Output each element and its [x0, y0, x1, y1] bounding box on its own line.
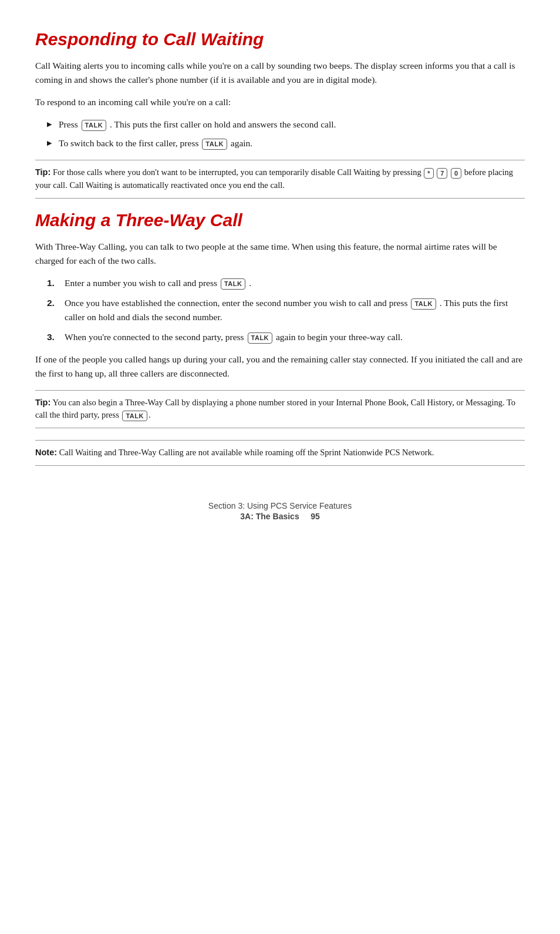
talk-badge-2: TALK	[202, 139, 227, 150]
step-1: 1. Enter a number you wish to call and p…	[47, 276, 525, 290]
key-badge-7: 7	[437, 168, 447, 179]
footer-subsection-page: 3A: The Basics 95	[35, 512, 525, 521]
section1-title: Responding to Call Waiting	[35, 29, 525, 49]
step1-text-before: Enter a number you wish to call and pres…	[65, 278, 217, 288]
step2-text-before: Once you have established the connection…	[65, 298, 408, 308]
section1-tip-box: Tip: For those calls where you don't wan…	[35, 160, 525, 199]
bullet-item-2: To switch back to the first caller, pres…	[47, 136, 525, 150]
step1-num: 1.	[47, 276, 55, 290]
footer-subsection: 3A: The Basics	[240, 512, 299, 521]
step1-text-after: .	[249, 278, 251, 288]
talk-badge-step1: TALK	[221, 278, 246, 290]
footer-section: Section 3: Using PCS Service Features	[35, 501, 525, 510]
section2-note-box: Note: Call Waiting and Three-Way Calling…	[35, 440, 525, 466]
key-badge-star: *	[424, 168, 433, 179]
tip2-label: Tip:	[35, 398, 50, 407]
step3-text-after: again to begin your three-way call.	[276, 332, 403, 342]
section1-respond-intro: To respond to an incoming call while you…	[35, 95, 525, 109]
step3-text-before: When you're connected to the second part…	[65, 332, 244, 342]
section2-tip-box: Tip: You can also begin a Three-Way Call…	[35, 390, 525, 429]
step2-num: 2.	[47, 296, 55, 310]
talk-badge-step3: TALK	[248, 332, 273, 344]
talk-badge-tip2: TALK	[122, 411, 147, 422]
step-3: 3. When you're connected to the second p…	[47, 330, 525, 344]
bullet2-text-after: again.	[231, 138, 252, 148]
tip1-text: For those calls where you don't want to …	[50, 167, 421, 177]
note-label: Note:	[35, 448, 57, 457]
bullet1-text-after: . This puts the first caller on hold and…	[110, 119, 336, 129]
talk-badge-1: TALK	[82, 120, 107, 131]
tip2-text: You can also begin a Three-Way Call by d…	[35, 398, 515, 420]
footer-page: 95	[311, 512, 320, 521]
section2-closing: If one of the people you called hangs up…	[35, 352, 525, 381]
bullet1-text-before: Press	[59, 119, 78, 129]
section1-intro: Call Waiting alerts you to incoming call…	[35, 59, 525, 87]
note-text: Call Waiting and Three-Way Calling are n…	[57, 448, 434, 457]
page-footer: Section 3: Using PCS Service Features 3A…	[35, 501, 525, 521]
step-2: 2. Once you have established the connect…	[47, 296, 525, 324]
section2-steps: 1. Enter a number you wish to call and p…	[47, 276, 525, 344]
key-badge-0: 0	[451, 168, 461, 179]
bullet2-text-before: To switch back to the first caller, pres…	[59, 138, 198, 148]
section2-title: Making a Three-Way Call	[35, 210, 525, 230]
section2-intro: With Three-Way Calling, you can talk to …	[35, 240, 525, 268]
step3-num: 3.	[47, 330, 55, 344]
section1-bullet-list: Press TALK . This puts the first caller …	[47, 117, 525, 150]
talk-badge-step2: TALK	[411, 298, 436, 310]
tip2-text2: .	[149, 410, 151, 419]
bullet-item-1: Press TALK . This puts the first caller …	[47, 117, 525, 132]
tip1-label: Tip:	[35, 167, 50, 177]
